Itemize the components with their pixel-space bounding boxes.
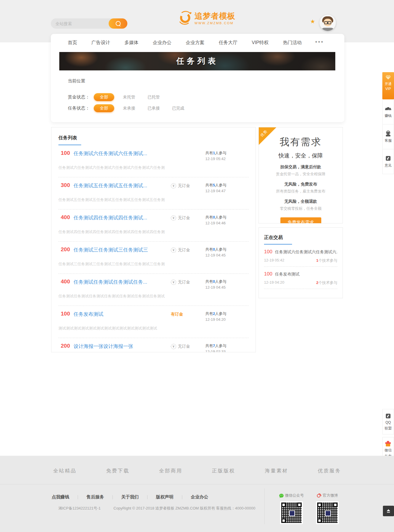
filter-options-bounty: 全部 未托管 已托管 [94,93,166,101]
task-time: 12-19 04:45 [205,253,225,257]
trading-title-link[interactable]: 任务测试六任务测试六任务测试六... [275,249,337,255]
task-title-link[interactable]: 任务测试任务测试任务测试任务... [74,278,171,285]
trading-title-link[interactable]: 任务发布测试 [275,272,337,277]
qq-union-button[interactable]: QQ 联盟 [382,409,394,434]
participants-line: 共有1人参与 [205,151,226,155]
footer-link[interactable]: 点我赚钱 [52,494,69,500]
trading-time: 12-19 04:20 [264,280,284,285]
filter-option[interactable]: 未托管 [117,93,141,101]
vip-label-1: 开通 [382,82,394,86]
rail-icon [385,155,391,161]
trading-row: 100 任务测试六任务测试六任务测试六... 12-19 05:42 1个技术参… [264,245,337,267]
filter-option[interactable]: 已承接 [141,104,166,112]
task-title-link[interactable]: 设计海报一张设计海报一张 [74,343,171,350]
task-stats: 共有1人参与 12-19 05:42 [205,150,249,162]
filter-option[interactable]: 全部 [94,104,114,112]
trading-count: 1 [316,258,318,263]
task-list-header: 任务列表 [58,127,249,145]
link-separator [182,495,182,499]
participants-line: 共有2人参与 [205,311,226,316]
trading-card: 正在交易 100 任务测试六任务测试六任务测试六... 12-19 05:42 … [258,227,343,298]
user-avatar[interactable] [320,15,336,31]
qr-block-weibo: 官方微博 [315,493,340,524]
footer-feature: 免费下载 [106,467,129,474]
task-title-link[interactable]: 任务测试三任务测试三任务测试三 [74,246,171,253]
trading-items: 100 任务测试六任务测试六任务测试六... 12-19 05:42 1个技术参… [264,245,337,289]
footer-link[interactable]: 企业办公 [191,494,208,500]
nav-item[interactable]: 广告设计 [91,40,110,46]
task-description: 任务测试六任务测试六任务测试六任务测试六任务测试六任务测 [58,165,249,170]
logo-title: 追梦者模板 [195,12,235,21]
nav-item[interactable]: 首页 [68,40,77,46]
nav-item[interactable]: VIP特权 [252,40,269,46]
site-logo[interactable]: 追梦者模板 WWW.ZMZMB.COM [177,10,235,27]
search-button[interactable] [109,18,127,29]
task-row: 100 任务发布测试 ¥ 有订金 共有2人参与 12-19 04:20 测试测试… [58,306,249,338]
nav-item[interactable]: 多媒体 [124,40,138,46]
footer: 全站精品 免费下载 全部商用 正版版权 海量素材 优质服务 点我赚钱 售后服务 … [0,456,394,532]
wechat-qr-code [280,501,303,524]
filter-option[interactable]: 全部 [94,93,114,101]
rail-item[interactable]: 意见 [383,149,394,174]
filter-option[interactable]: 已完成 [166,104,190,112]
nav-card: 首页 广告设计 多媒体 企业办公 企业方案 任务大厅 VIP特权 热门活动 ••… [51,34,344,122]
task-price: 400 [61,214,70,221]
nav-item[interactable]: 任务大厅 [219,40,237,46]
task-items: 100 任务测试六任务测试六任务测试... 共有1人参与 12-19 05:42… [58,145,249,352]
back-to-top-button[interactable] [383,506,394,516]
feature-desc: 所有类型任务，雇主免费发布 [259,189,343,194]
promo-subtitle: 快速，安全，保障 [259,152,343,160]
promo-features: 担保交易，满意后付款 赏金托管一品，安全全程保障 无风险，免费发布 所有类型任务… [259,164,343,211]
filter-option[interactable]: 已托管 [141,93,166,101]
open-vip-button[interactable]: 开通 VIP [382,72,394,99]
task-title-link[interactable]: 任务发布测试 [74,311,171,318]
avatar-glasses [324,21,331,24]
deposit-badge: ¥ 无订金 [171,183,205,188]
filter-label-bounty: 赏金状态： [68,94,90,100]
rail-item[interactable]: 赚钱 [383,100,394,124]
gift-icon [385,441,391,447]
task-time: 12-19 02:33 [205,349,225,352]
participants-line: 共有7人参与 [205,344,226,348]
task-description: 任务测试四任务测试四任务测试四任务测试四任务测试四任务测 [58,229,249,235]
task-stats: 共有5人参与 12-19 04:47 [205,182,249,194]
icp-number: 湘ICP备1234222121号-1 [58,506,101,511]
trading-row: 100 任务发布测试 12-19 04:20 2个技术参与 [264,267,337,289]
task-stats: 共有7人参与 12-19 02:33 [205,343,249,352]
qr-block-wechat: 微信公众号 [279,493,304,524]
rail-item[interactable]: 客服 [383,124,394,149]
side-rail: 赚钱 客服 意见 [382,99,394,174]
gem-icon [385,75,391,80]
nav-item[interactable]: 企业办公 [153,40,171,46]
publish-demand-button[interactable]: 免费发布需求 [280,217,321,223]
trading-title: 正在交易 [264,235,337,241]
task-title-link[interactable]: 任务测试四任务测试四任务测试... [74,214,171,221]
task-list-title: 任务列表 [58,135,249,141]
trading-price: 100 [264,271,272,277]
deposit-badge: ¥ 有订金 [171,312,205,317]
nav-more-icon[interactable]: ••• [315,40,324,43]
footer-link[interactable]: 售后服务 [86,494,104,500]
footer-link[interactable]: 版权声明 [156,494,173,500]
footer-link[interactable]: 关于我们 [121,494,139,500]
filter-option[interactable]: 未承接 [117,104,141,112]
deposit-label: 有订金 [171,312,183,317]
task-row: 400 任务测试四任务测试四任务测试... ¥ 无订金 共有0人参与 12-19… [58,209,249,242]
yen-icon: ¥ [171,183,176,188]
participants-line: 共有0人参与 [205,279,226,284]
nav-item[interactable]: 企业方案 [186,40,204,46]
favorite-star-icon[interactable]: ★ [310,18,315,25]
qr-label: 官方微博 [315,493,340,498]
task-title-link[interactable]: 任务测试六任务测试六任务测试... [74,150,205,157]
task-time: 12-19 05:42 [205,157,225,161]
task-price: 400 [61,278,70,285]
copyright-text: CopyRight © 2017-2018 追梦者模板 ZMZMB.COM 版权… [114,506,256,511]
trading-time: 12-19 05:42 [264,258,284,263]
search-input[interactable] [51,18,113,29]
nav-item[interactable]: 热门活动 [283,40,302,46]
trading-participants: 2个技术参与 [316,280,337,285]
task-time: 12-19 04:45 [205,285,225,290]
task-title-link[interactable]: 任务测试五任务测试五任务测试... [74,182,171,189]
task-description: 测试测试测试测试测试测试测试测试测试测试测试测试测试 [58,326,249,331]
site-search [51,18,127,29]
